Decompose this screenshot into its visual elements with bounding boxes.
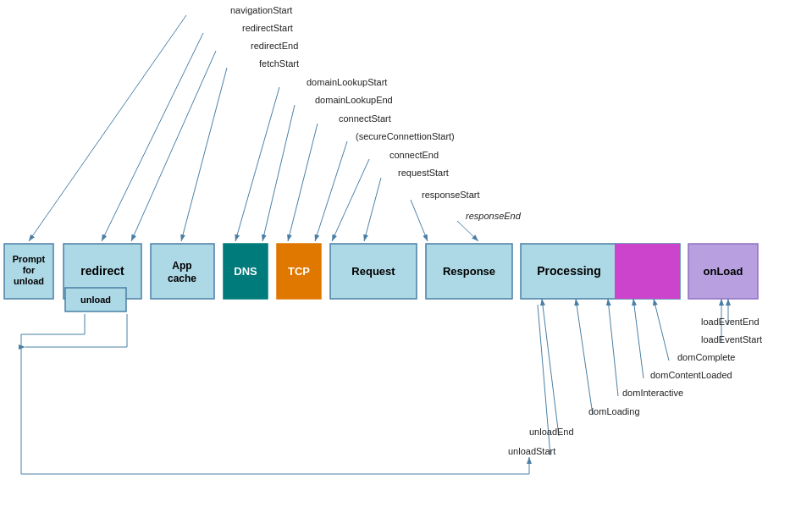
svg-line-15	[576, 299, 593, 415]
svg-line-16	[608, 299, 618, 396]
box-redirect-label: redirect	[80, 264, 124, 278]
svg-line-12	[457, 221, 478, 241]
box-response-label: Response	[443, 265, 495, 278]
label-responseEnd: responseEnd	[466, 211, 522, 221]
box-tcp-label: TCP	[288, 265, 310, 278]
label-connectEnd: connectEnd	[389, 150, 439, 160]
label-domInteractive: domInteractive	[622, 388, 683, 398]
box-processing-label: Processing	[537, 264, 600, 278]
label-connectStart: connectStart	[339, 113, 391, 124]
label-navigationStart: navigationStart	[230, 5, 292, 15]
label-loadEventStart: loadEventStart	[701, 334, 762, 344]
box-dns-label: DNS	[234, 265, 257, 278]
svg-text:unload: unload	[14, 276, 44, 286]
svg-line-7	[288, 124, 318, 241]
label-domainLookupStart: domainLookupStart	[307, 77, 387, 87]
label-unloadStart: unloadStart	[508, 446, 555, 456]
svg-text:cache: cache	[168, 273, 196, 284]
svg-line-4	[181, 68, 227, 241]
box-request-label: Request	[351, 265, 395, 278]
label-domainLookupEnd: domainLookupEnd	[315, 95, 393, 105]
svg-line-17	[633, 299, 644, 378]
label-domComplete: domComplete	[677, 352, 735, 362]
box-appcache-label: App	[172, 260, 191, 272]
svg-text:for: for	[23, 265, 36, 275]
svg-line-13	[542, 299, 559, 436]
diagram-svg: navigationStart redirectStart redirectEn…	[0, 0, 812, 518]
diagram-container: navigationStart redirectStart redirectEn…	[0, 0, 812, 518]
label-secureConnectionStart: (secureConnettionStart)	[356, 131, 455, 141]
box-onload-label: onLoad	[704, 265, 743, 278]
label-domLoading: domLoading	[588, 406, 640, 416]
label-domContentLoaded: domContentLoaded	[650, 370, 732, 380]
svg-line-8	[315, 141, 347, 241]
box-unload-label: unload	[80, 295, 111, 305]
label-redirectEnd: redirectEnd	[251, 41, 298, 51]
box-prompt-label: Prompt	[13, 254, 46, 264]
svg-line-10	[364, 178, 381, 241]
svg-line-3	[131, 51, 216, 241]
label-loadEventEnd: loadEventEnd	[701, 317, 760, 327]
label-redirectStart: redirectStart	[242, 23, 293, 33]
svg-line-6	[262, 105, 295, 241]
label-requestStart: requestStart	[398, 168, 449, 178]
label-fetchStart: fetchStart	[259, 58, 299, 69]
svg-line-11	[411, 200, 428, 241]
label-unloadEnd: unloadEnd	[529, 427, 574, 437]
box-processing-inner	[615, 244, 680, 299]
svg-line-1	[29, 15, 186, 241]
svg-line-18	[654, 299, 669, 361]
label-responseStart: responseStart	[422, 190, 479, 200]
svg-line-5	[235, 87, 279, 241]
